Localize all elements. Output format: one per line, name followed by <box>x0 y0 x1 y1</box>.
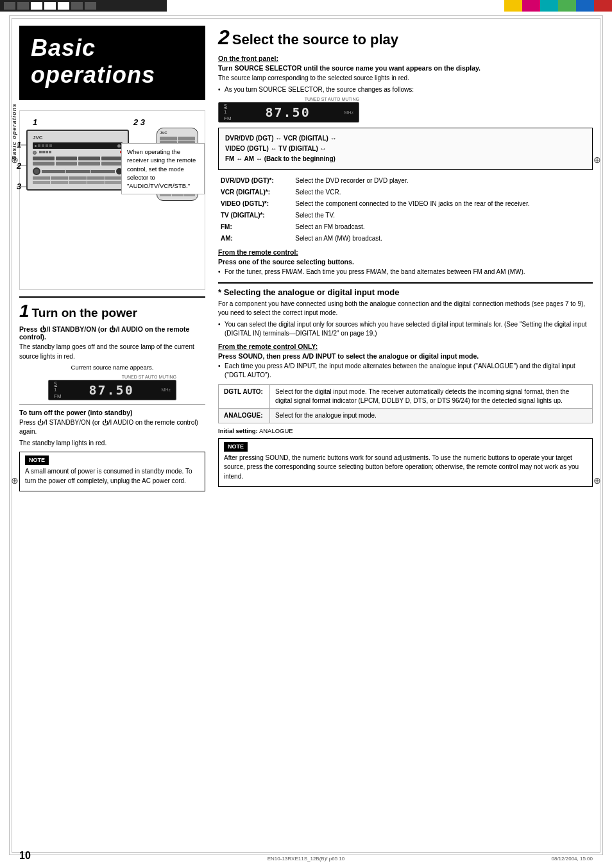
source-desc: Select the DVD recorder or DVD player. <box>293 175 593 187</box>
bar-block <box>17 2 29 10</box>
analogue-note-box: NOTE After pressing SOUND, the numeric b… <box>218 438 593 488</box>
analogue-heading: * Selecting the analogue or digital inpu… <box>218 282 593 297</box>
step2-front-panel-label: On the front panel: <box>218 55 593 62</box>
mode-name: DGTL AUTO: <box>219 384 270 408</box>
analogue-note-label: NOTE <box>224 442 248 452</box>
display-top-text-1: TUNED ST AUTO MUTING <box>48 375 176 379</box>
step2-source-lamp: The source lamp corresponding to the sel… <box>218 74 593 83</box>
standby-divider <box>19 404 205 405</box>
ad-note: Each time you press A/D INPUT, the input… <box>218 362 593 380</box>
standby-heading: To turn off the power (into standby) <box>19 409 205 416</box>
source-desc: Select the TV. <box>293 210 593 221</box>
step1-display-container: TUNED ST AUTO MUTING S̲1 FM 87.50 MHz <box>19 375 205 400</box>
device-note: When operating the receiver using the re… <box>121 143 205 194</box>
step2-title: Select the source to play <box>232 31 398 48</box>
title-box: Basic operations <box>19 26 205 100</box>
mode-desc: Select for the analogue input mode. <box>270 408 593 423</box>
bar-block <box>44 2 56 10</box>
analogue-extra: You can select the digital input only fo… <box>218 320 593 339</box>
bar-block <box>31 2 42 10</box>
initial-setting-value: ANALOGUE <box>259 427 293 434</box>
step1-display-freq: 87.50 <box>89 382 133 398</box>
table-row: FM: Select an FM broadcast. <box>218 221 593 233</box>
remote-instruction: Press one of the source selecting button… <box>218 258 593 266</box>
display-top-text-2: TUNED ST AUTO MUTING <box>218 97 359 101</box>
remote-note: For the tuner, press FM/AM. Each time yo… <box>218 268 593 277</box>
table-row: DVR/DVD (DGT)*: Select the DVD recorder … <box>218 175 593 187</box>
connector-lines <box>17 117 26 220</box>
source-flow-row-2: VIDEO (DGTL) ↔ TV (DIGITAL) ↔ <box>225 144 586 154</box>
step2-instruction: Turn SOURCE SELECTOR until the source na… <box>218 64 593 72</box>
current-source-label: Current source name appears. <box>19 363 205 372</box>
page-number: 10 <box>19 850 31 862</box>
right-column: 2 Select the source to play On the front… <box>218 26 593 491</box>
source-desc: Select an FM broadcast. <box>293 221 593 233</box>
step2-heading: 2 Select the source to play <box>218 26 593 49</box>
bar-block <box>58 2 69 10</box>
bar-block <box>71 2 83 10</box>
source-table: DVR/DVD (DGT)*: Select the DVD recorder … <box>218 175 593 244</box>
top-bar-left <box>0 0 167 12</box>
color-blocks <box>504 0 612 12</box>
footer-date: 08/12/2004, 15:00 <box>551 856 593 862</box>
bar-block <box>85 2 96 10</box>
step1-note-label: NOTE <box>25 455 49 465</box>
compass-right-2: ⊕ <box>591 475 603 486</box>
device-image-area: 1 2 3 JVC <box>19 110 205 290</box>
color-block-magenta <box>522 0 540 12</box>
color-block-green <box>558 0 576 12</box>
step2-display-container: TUNED ST AUTO MUTING S̲1 FM 87.50 MHz <box>218 97 593 123</box>
source-name: AM: <box>218 233 293 244</box>
device-num-top: 1 <box>33 117 37 127</box>
top-bar-right <box>167 0 612 12</box>
step1-title: Turn on the power <box>32 306 137 320</box>
step2-display-freq: 87.50 <box>265 105 310 120</box>
step2-number: 2 <box>218 26 230 49</box>
mode-desc: Select for the digital input mode. The r… <box>270 384 593 408</box>
table-row: VIDEO (DGTL)*: Select the component conn… <box>218 198 593 210</box>
brand-label: JVC <box>33 135 123 140</box>
source-desc: Select the VCR. <box>293 187 593 198</box>
table-row: DGTL AUTO: Select for the digital input … <box>219 384 593 408</box>
step1-instruction: Press ⏻/I STANDBY/ON (or ⏻/I AUDIO on th… <box>19 325 205 341</box>
source-desc: Select an AM (MW) broadcast. <box>293 233 593 244</box>
analogue-intro: For a component you have connected using… <box>218 300 593 318</box>
top-bar <box>0 0 612 12</box>
source-name: DVR/DVD (DGT)*: <box>218 175 293 187</box>
source-name: TV (DIGITAL)*: <box>218 210 293 221</box>
analogue-note-text: After pressing SOUND, the numeric button… <box>224 454 587 482</box>
analogue-remote-instruction: Press SOUND, then press A/D INPUT to sel… <box>218 352 593 360</box>
remote-label: From the remote control: <box>218 248 593 256</box>
table-row: VCR (DIGITAL)*: Select the VCR. <box>218 187 593 198</box>
remote-only-label: From the remote control ONLY: <box>218 343 593 350</box>
initial-setting-label: Initial setting: <box>218 427 258 434</box>
standby-text: Press ⏻/I STANDBY/ON (or ⏻/I AUDIO on th… <box>19 418 205 437</box>
step2-as-you-turn: As you turn SOURCE SELECTOR, the source … <box>218 85 593 95</box>
color-block-yellow <box>504 0 522 12</box>
step1-note-text: A small amount of power is consumed in s… <box>25 467 200 486</box>
mode-name: ANALOGUE: <box>219 408 270 423</box>
compass-right: ⊕ <box>591 154 603 166</box>
color-block-cyan <box>540 0 558 12</box>
source-name: FM: <box>218 221 293 233</box>
table-row: AM: Select an AM (MW) broadcast. <box>218 233 593 244</box>
source-flow-row-3: FM ↔ AM ↔ (Back to the beginning) <box>225 154 586 164</box>
source-flow-box: DVR/DVD (DGT) ↔ VCR (DIGITAL) ↔ VIDEO (D… <box>218 128 593 170</box>
page-title: Basic operations <box>31 35 194 89</box>
color-block-blue <box>576 0 594 12</box>
step1-divider <box>19 296 205 298</box>
step1-description: The standby lamp goes off and the source… <box>19 343 205 361</box>
table-row: ANALOGUE: Select for the analogue input … <box>219 408 593 423</box>
bar-block <box>4 2 15 10</box>
device-nums-23: 2 3 <box>133 117 145 127</box>
source-name: VCR (DIGITAL)*: <box>218 187 293 198</box>
source-flow-row-1: DVR/DVD (DGT) ↔ VCR (DIGITAL) ↔ <box>225 133 586 144</box>
color-block-red <box>594 0 612 12</box>
step1-heading: 1 Turn on the power <box>19 301 205 321</box>
main-content: Basic operations 1 2 3 JVC <box>19 26 593 849</box>
analogue-table: DGTL AUTO: Select for the digital input … <box>218 384 593 423</box>
standby-lamp-text: The standby lamp lights in red. <box>19 439 205 448</box>
footer-file: EN10-13RXE11S_12B(B)f.p65 10 <box>268 856 345 862</box>
source-name: VIDEO (DGTL)*: <box>218 198 293 210</box>
step1-note-box: NOTE A small amount of power is consumed… <box>19 452 205 491</box>
